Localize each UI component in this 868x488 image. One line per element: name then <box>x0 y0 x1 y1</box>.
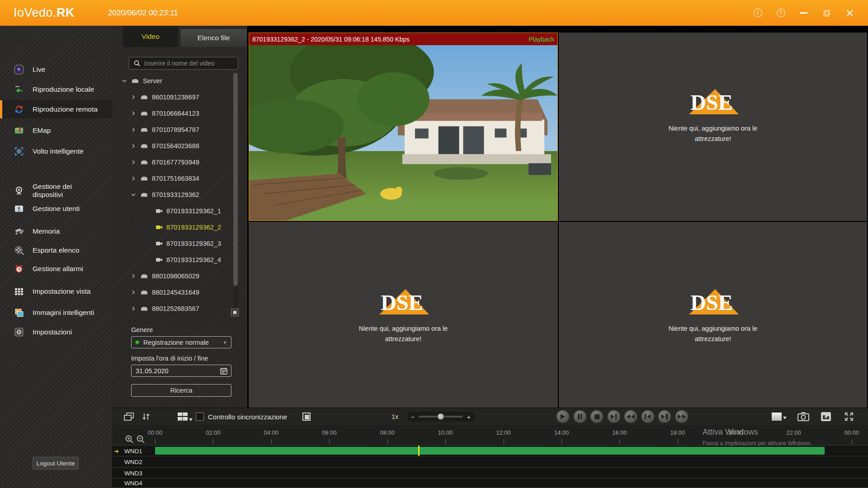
sidebar-item-local-playback[interactable]: Riproduzione locale <box>0 80 112 99</box>
timeline-row-label: WND2 <box>124 459 142 465</box>
grid-layout-icon[interactable] <box>175 408 194 425</box>
sidebar-item-label: Volto intelligente <box>33 147 84 155</box>
tree-node-device[interactable]: 8801252683567 <box>112 300 234 317</box>
zoom-in-icon[interactable] <box>125 435 135 445</box>
timeline-tick-mark <box>619 439 620 444</box>
timeline-tick-label: 18:00 <box>670 429 685 436</box>
video-cell-2[interactable]: DSENiente qui, aggiungiamo ora leattrezz… <box>559 33 867 221</box>
record-type-select[interactable]: Registrazione normale ▼ <box>131 336 231 348</box>
smart-images-icon <box>14 307 24 318</box>
search-button[interactable]: Ricerca <box>131 384 231 397</box>
sidebar-item-settings[interactable]: Impostazioni <box>0 323 112 341</box>
calendar-icon[interactable] <box>220 367 228 375</box>
sidebar-item-view-settings[interactable]: Impostazione vista <box>0 282 112 300</box>
sidebar-item-face-intelligence[interactable]: Volto intelligente <box>0 142 112 160</box>
speed-increase-icon[interactable]: + <box>463 413 475 421</box>
sidebar-item-export-list[interactable]: Esporta elenco <box>0 241 112 259</box>
tree-node-channel[interactable]: 8701933129362_3 <box>112 235 234 252</box>
pause-button[interactable] <box>573 410 587 423</box>
timeline-row-wnd3[interactable]: WND3 <box>112 468 868 479</box>
chevron-collapsed-icon[interactable] <box>131 95 136 99</box>
chevron-collapsed-icon[interactable] <box>131 290 136 295</box>
tab-video[interactable]: Video <box>123 26 178 47</box>
sidebar-item-smart-images[interactable]: Immagini intelligenti <box>0 304 112 322</box>
video-cell-1[interactable]: 8701933129362_2 - 2020/05/31 09:06:18 14… <box>249 33 558 221</box>
active-row-arrow-icon: ➜ <box>114 447 119 454</box>
close-icon[interactable] <box>844 8 855 19</box>
tree-node-device[interactable]: 8601091238697 <box>112 89 234 105</box>
rewind-button[interactable] <box>624 410 637 423</box>
step-forward-button[interactable] <box>607 410 621 423</box>
sort-order-icon[interactable] <box>138 408 154 425</box>
tree-node-device[interactable]: 8801245431649 <box>112 284 234 300</box>
memory-icon <box>14 226 24 237</box>
sidebar-item-emap[interactable]: EMap <box>0 122 112 140</box>
timeline-row-wnd4[interactable]: WND4 <box>112 479 868 488</box>
zoom-out-icon[interactable] <box>136 435 146 445</box>
chevron-collapsed-icon[interactable] <box>131 127 136 132</box>
speed-slider[interactable]: − + <box>407 412 475 422</box>
timeline-row-label: WND3 <box>124 469 142 476</box>
chevron-collapsed-icon[interactable] <box>131 144 136 148</box>
tree-node-device[interactable]: 8701751663834 <box>112 170 234 187</box>
chevron-collapsed-icon[interactable] <box>131 176 136 181</box>
speed-decrease-icon[interactable]: − <box>407 413 419 421</box>
date-input[interactable]: 31.05.2020 <box>131 365 231 377</box>
tree-node-server[interactable]: Server <box>112 73 234 89</box>
skip-end-button[interactable] <box>658 410 671 423</box>
timeline-tick-mark <box>736 439 736 444</box>
sidebar-item-user-management[interactable]: Gestione utenti <box>0 200 112 218</box>
tree-node-device[interactable]: 8701564023688 <box>112 138 234 154</box>
single-window-icon[interactable] <box>771 410 787 423</box>
fullscreen-icon[interactable] <box>841 410 857 423</box>
recording-segment[interactable] <box>155 447 825 455</box>
sidebar-item-device-management[interactable]: Gestione dei dispositivi <box>0 179 112 202</box>
tree-node-device[interactable]: 8701933129362 <box>112 187 234 203</box>
chevron-expanded-icon[interactable] <box>131 192 136 197</box>
tree-node-device[interactable]: 8701066644123 <box>112 105 234 122</box>
timeline: 00:0002:0004:0006:0008:0010:0012:0014:00… <box>112 425 868 488</box>
chevron-collapsed-icon[interactable] <box>131 274 136 278</box>
tree-scroll-button[interactable] <box>231 309 239 316</box>
chevron-expanded-icon[interactable] <box>122 79 127 83</box>
sidebar-item-memory[interactable]: Memoria <box>0 222 112 240</box>
info-icon[interactable]: i <box>752 8 763 19</box>
tree-scrollbar[interactable] <box>233 73 238 308</box>
playhead-marker[interactable] <box>418 446 420 456</box>
tree-node-device[interactable]: 8701677793949 <box>112 154 234 170</box>
marquee-select-icon[interactable] <box>298 408 315 425</box>
stop-button[interactable] <box>590 410 604 423</box>
snapshot-icon[interactable] <box>796 410 811 423</box>
tree-node-channel[interactable]: 8701933129362_1 <box>112 203 234 219</box>
skip-start-button[interactable] <box>641 410 655 423</box>
restore-icon[interactable] <box>821 8 832 19</box>
tree-node-channel[interactable]: 8701933129362_4 <box>112 252 234 268</box>
device-icon <box>140 94 148 100</box>
sync-checkbox[interactable] <box>196 413 204 421</box>
timeline-row-wnd1[interactable]: ➜WND1 <box>112 446 868 456</box>
help-icon[interactable]: ? <box>775 8 786 19</box>
sidebar-item-live[interactable]: Live <box>0 61 112 79</box>
fast-forward-button[interactable] <box>675 410 689 423</box>
export-folder-icon[interactable] <box>818 410 834 423</box>
tree-node-channel[interactable]: 8701933129362_2 <box>112 219 234 235</box>
chevron-collapsed-icon[interactable] <box>131 111 136 116</box>
speed-slider-thumb[interactable] <box>438 413 444 420</box>
sidebar-item-remote-playback[interactable]: Riproduzione remota <box>0 100 112 118</box>
timeline-row-wnd2[interactable]: WND2 <box>112 456 868 468</box>
video-cell-3[interactable]: DSENiente qui, aggiungiamo ora leattrezz… <box>249 222 558 432</box>
search-input[interactable] <box>141 57 238 69</box>
tree-node-device[interactable]: 8701078954787 <box>112 122 234 138</box>
chevron-collapsed-icon[interactable] <box>131 306 136 311</box>
video-cell-4[interactable]: DSENiente qui, aggiungiamo ora leattrezz… <box>559 222 867 432</box>
chevron-collapsed-icon[interactable] <box>131 160 136 164</box>
export-list-icon <box>14 245 24 256</box>
minimize-icon[interactable] <box>798 8 809 19</box>
tab-file-list[interactable]: Elenco file <box>180 28 247 47</box>
sidebar-item-alarm-management[interactable]: Gestione allarmi <box>0 260 112 278</box>
cascade-windows-icon[interactable] <box>121 408 137 425</box>
play-button[interactable] <box>556 410 570 423</box>
tree-node-label: 8701677793949 <box>152 159 199 166</box>
logout-button[interactable]: Logout Utente <box>33 457 79 469</box>
tree-node-device[interactable]: 8801098065029 <box>112 268 234 284</box>
